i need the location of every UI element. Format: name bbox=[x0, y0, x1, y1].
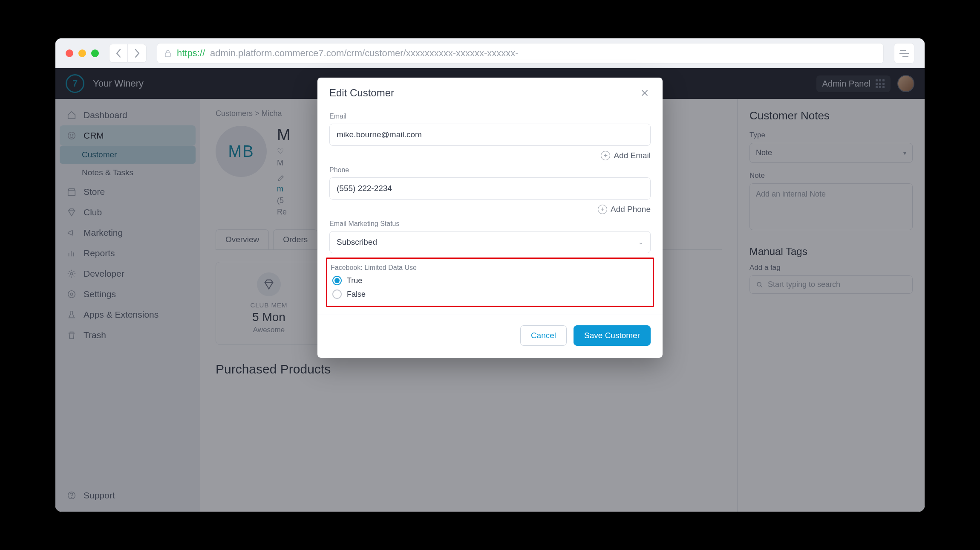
window-minimize-icon[interactable] bbox=[78, 49, 86, 57]
forward-button[interactable] bbox=[128, 44, 147, 63]
add-phone-button[interactable]: + Add Phone bbox=[329, 205, 651, 214]
radio-true-row[interactable]: True bbox=[331, 276, 649, 285]
radio-true[interactable] bbox=[332, 276, 342, 285]
save-customer-button[interactable]: Save Customer bbox=[574, 325, 651, 346]
browser-settings-icon[interactable] bbox=[894, 43, 914, 64]
radio-false-row[interactable]: False bbox=[331, 289, 649, 299]
back-button[interactable] bbox=[109, 44, 128, 63]
phone-label: Phone bbox=[329, 166, 651, 174]
window-zoom-icon[interactable] bbox=[91, 49, 99, 57]
facebook-ldu-highlight: Facebook: Limited Data Use True False bbox=[326, 258, 654, 307]
ems-label: Email Marketing Status bbox=[329, 220, 651, 228]
radio-false[interactable] bbox=[332, 289, 342, 299]
plus-circle-icon: + bbox=[601, 151, 610, 160]
url-bar[interactable]: https://admin.platform.commerce7.com/crm… bbox=[157, 43, 884, 64]
add-email-button[interactable]: + Add Email bbox=[329, 151, 651, 160]
svg-rect-0 bbox=[165, 53, 170, 57]
ldu-label: Facebook: Limited Data Use bbox=[331, 264, 649, 272]
modal-title: Edit Customer bbox=[329, 87, 394, 99]
close-icon[interactable] bbox=[639, 87, 651, 99]
cancel-button[interactable]: Cancel bbox=[520, 325, 567, 346]
ems-select[interactable]: Subscribed ⌄ bbox=[329, 231, 651, 253]
url-path: admin.platform.commerce7.com/crm/custome… bbox=[210, 48, 519, 59]
window-close-icon[interactable] bbox=[66, 49, 73, 57]
app-window: https://admin.platform.commerce7.com/crm… bbox=[55, 38, 925, 512]
plus-circle-icon: + bbox=[598, 205, 607, 214]
modal-scrim[interactable]: Edit Customer Email + Add Email Phone + … bbox=[55, 68, 925, 512]
chevron-down-icon: ⌄ bbox=[638, 239, 643, 246]
email-input[interactable] bbox=[329, 124, 651, 146]
browser-chrome: https://admin.platform.commerce7.com/crm… bbox=[55, 38, 925, 68]
traffic-lights bbox=[66, 49, 99, 57]
email-label: Email bbox=[329, 113, 651, 120]
edit-customer-modal: Edit Customer Email + Add Email Phone + … bbox=[317, 78, 663, 358]
lock-icon bbox=[164, 49, 172, 58]
phone-input[interactable] bbox=[329, 177, 651, 200]
nav-buttons bbox=[109, 44, 147, 63]
url-scheme: https:// bbox=[177, 48, 205, 59]
